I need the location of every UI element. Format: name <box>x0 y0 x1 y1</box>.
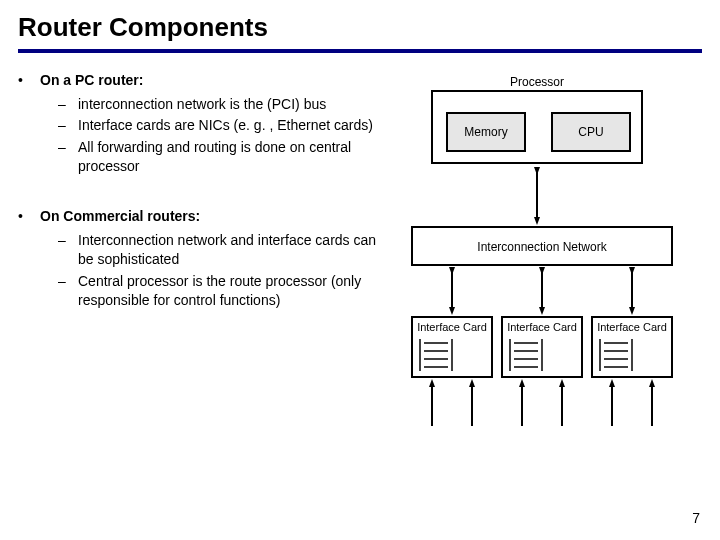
processor-label: Processor <box>510 75 564 89</box>
bullet-text: On Commercial routers: <box>40 207 394 227</box>
bullet-item: – All forwarding and routing is done on … <box>58 138 394 177</box>
bullet-group-1-head: • On a PC router: <box>18 71 394 91</box>
bullet-text: interconnection network is the (PCI) bus <box>78 95 394 115</box>
dash-mark: – <box>58 116 78 136</box>
interface-card-1: Interface Card <box>412 317 492 377</box>
diagram-column: Processor Memory CPU Interconnection Net… <box>402 71 702 461</box>
page-title: Router Components <box>18 12 702 43</box>
interconnect-label: Interconnection Network <box>477 240 607 254</box>
bullet-item: – interconnection network is the (PCI) b… <box>58 95 394 115</box>
bullet-mark: • <box>18 207 40 227</box>
interface-card-3: Interface Card <box>592 317 672 377</box>
bullet-text: On a PC router: <box>40 71 394 91</box>
ifcard-label: Interface Card <box>417 321 487 333</box>
bullet-text: Central processor is the route processor… <box>78 272 394 311</box>
bullet-item: – Central processor is the route process… <box>58 272 394 311</box>
dash-mark: – <box>58 272 78 311</box>
bullet-item: – Interconnection network and interface … <box>58 231 394 270</box>
bullet-group-2-head: • On Commercial routers: <box>18 207 394 227</box>
ifcard-label: Interface Card <box>597 321 667 333</box>
paragraph-gap <box>18 179 394 207</box>
memory-label: Memory <box>464 125 507 139</box>
bullet-item: – Interface cards are NICs (e. g. , Ethe… <box>58 116 394 136</box>
ifcard-label: Interface Card <box>507 321 577 333</box>
slide: Router Components • On a PC router: – in… <box>0 0 720 540</box>
bullet-mark: • <box>18 71 40 91</box>
cpu-label: CPU <box>578 125 603 139</box>
router-diagram: Processor Memory CPU Interconnection Net… <box>402 71 702 461</box>
dash-mark: – <box>58 231 78 270</box>
interface-card-2: Interface Card <box>502 317 582 377</box>
dash-mark: – <box>58 138 78 177</box>
content-columns: • On a PC router: – interconnection netw… <box>18 71 702 461</box>
bullet-text: Interface cards are NICs (e. g. , Ethern… <box>78 116 394 136</box>
title-underline <box>18 49 702 53</box>
page-number: 7 <box>692 510 700 526</box>
bullet-text: All forwarding and routing is done on ce… <box>78 138 394 177</box>
text-column: • On a PC router: – interconnection netw… <box>18 71 394 461</box>
bullet-text: Interconnection network and interface ca… <box>78 231 394 270</box>
dash-mark: – <box>58 95 78 115</box>
